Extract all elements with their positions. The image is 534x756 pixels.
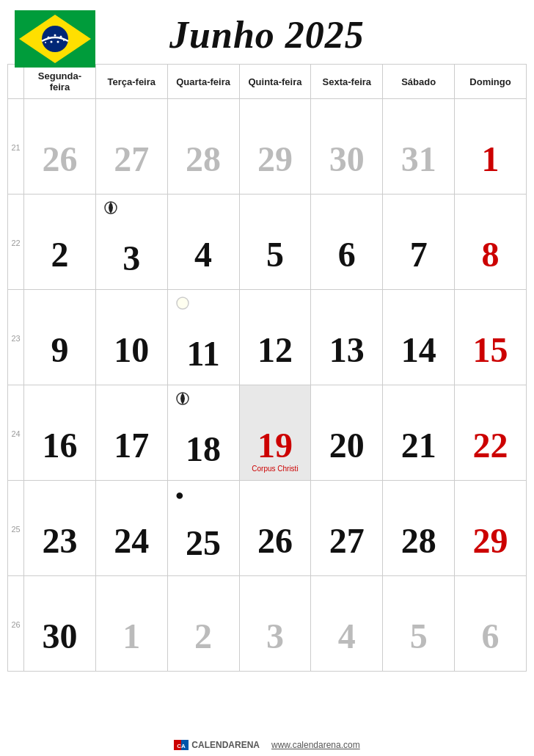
calendar-cell: 28 [383, 481, 455, 576]
day-number: 21 [386, 428, 451, 463]
day-number: 5 [243, 237, 308, 272]
week-row: 2630123456 [8, 576, 527, 672]
day-number: 1 [458, 142, 523, 177]
svg-text:CA: CA [178, 743, 186, 749]
calendar-cell: 31 [383, 99, 455, 195]
day-number: 28 [386, 523, 451, 559]
col-friday: Sexta-feira [311, 65, 383, 99]
calendar-cell: 5 [383, 576, 455, 672]
footer-logo-text: CALENDARENA [191, 740, 260, 750]
day-number: 13 [314, 332, 379, 368]
calendar-cell: 29 [455, 481, 527, 576]
day-number: 22 [458, 428, 523, 463]
col-monday: Segunda-feira [24, 65, 96, 99]
day-number: 17 [99, 428, 164, 463]
calendar: Segunda-feira Terça-feira Quarta-feira Q… [0, 64, 534, 734]
week-number: 22 [8, 195, 24, 290]
calendar-cell: 3 [239, 576, 311, 672]
calendar-cell: 3 [95, 195, 167, 290]
calendar-cell: 12 [239, 290, 311, 385]
col-saturday: Sábado [383, 65, 455, 99]
moon-phase-full [175, 296, 236, 314]
day-number: 25 [171, 526, 236, 561]
day-number: 27 [99, 142, 164, 177]
day-number: 6 [458, 619, 523, 654]
moon-phase [175, 391, 236, 410]
day-number: 18 [171, 432, 236, 467]
week-number: 26 [8, 576, 24, 672]
footer-logo: CA CALENDARENA [174, 740, 260, 750]
footer-url: www.calendarena.com [271, 740, 360, 750]
calendar-cell: 1 [95, 576, 167, 672]
day-number: 29 [243, 142, 308, 177]
week-row: 212627282930311 [8, 99, 527, 195]
day-number: 8 [458, 237, 523, 272]
calendar-table: Segunda-feira Terça-feira Quarta-feira Q… [7, 64, 527, 672]
day-number: 29 [458, 523, 523, 559]
day-number: 1 [99, 619, 164, 654]
calendar-cell: 2 [24, 195, 96, 290]
calendar-cell: 19Corpus Christi [239, 385, 311, 481]
month-title: Junho 2025 [169, 13, 365, 57]
day-number: 14 [386, 332, 451, 368]
calendar-cell: ●25 [167, 481, 239, 576]
calendar-cell: 29 [239, 99, 311, 195]
calendar-cell: 27 [95, 99, 167, 195]
calendar-cell: 2 [167, 576, 239, 672]
svg-point-8 [45, 42, 46, 43]
day-number: 28 [171, 142, 236, 177]
day-number: 6 [314, 237, 379, 272]
calendar-cell: 23 [24, 481, 96, 576]
week-row: 222345678 [8, 195, 527, 290]
calendar-cell: 24 [95, 481, 167, 576]
calendar-cell: 22 [455, 385, 527, 481]
calendar-cell: 13 [311, 290, 383, 385]
calendarena-icon: CA [174, 740, 189, 750]
calendar-cell: 21 [383, 385, 455, 481]
day-number: 2 [171, 619, 236, 654]
calendar-cell: 4 [311, 576, 383, 672]
week-number: 23 [8, 290, 24, 385]
day-number: 4 [171, 237, 236, 272]
calendar-cell: 18 [167, 385, 239, 481]
calendar-cell: 20 [311, 385, 383, 481]
calendar-cell: 14 [383, 290, 455, 385]
day-number: 23 [27, 523, 92, 559]
calendar-cell: 7 [383, 195, 455, 290]
header-row: Segunda-feira Terça-feira Quarta-feira Q… [8, 65, 527, 99]
calendar-cell: 8 [455, 195, 527, 290]
calendar-cell: 10 [95, 290, 167, 385]
day-number: 11 [171, 336, 236, 371]
day-number: 4 [314, 619, 379, 654]
day-number: 9 [27, 332, 92, 368]
calendar-cell: 16 [24, 385, 96, 481]
day-number: 30 [314, 142, 379, 177]
calendar-cell: 9 [24, 290, 96, 385]
day-number: 15 [458, 332, 523, 368]
col-tuesday: Terça-feira [95, 65, 167, 99]
calendar-cell: 28 [167, 99, 239, 195]
svg-point-4 [54, 34, 56, 37]
calendar-cell: 11 [167, 290, 239, 385]
day-number: 3 [99, 241, 164, 276]
calendar-cell: 26 [24, 99, 96, 195]
calendar-cell: 1 [455, 99, 527, 195]
col-wednesday: Quarta-feira [167, 65, 239, 99]
brazil-flag [15, 10, 95, 68]
week-row: 239101112131415 [8, 290, 527, 385]
header: Junho 2025 [0, 0, 534, 64]
calendar-cell: 15 [455, 290, 527, 385]
moon-phase: ● [175, 487, 236, 504]
day-number: 27 [314, 523, 379, 559]
svg-point-9 [63, 40, 65, 41]
week-row: 252324●2526272829 [8, 481, 527, 576]
day-number: 26 [27, 142, 92, 177]
week-col-header [8, 65, 24, 99]
svg-point-5 [60, 36, 62, 38]
day-number: 24 [99, 523, 164, 559]
calendar-cell: 26 [239, 481, 311, 576]
day-number: 7 [386, 237, 451, 272]
day-number: 5 [386, 619, 451, 654]
calendar-cell: 27 [311, 481, 383, 576]
day-number: 26 [243, 523, 308, 559]
